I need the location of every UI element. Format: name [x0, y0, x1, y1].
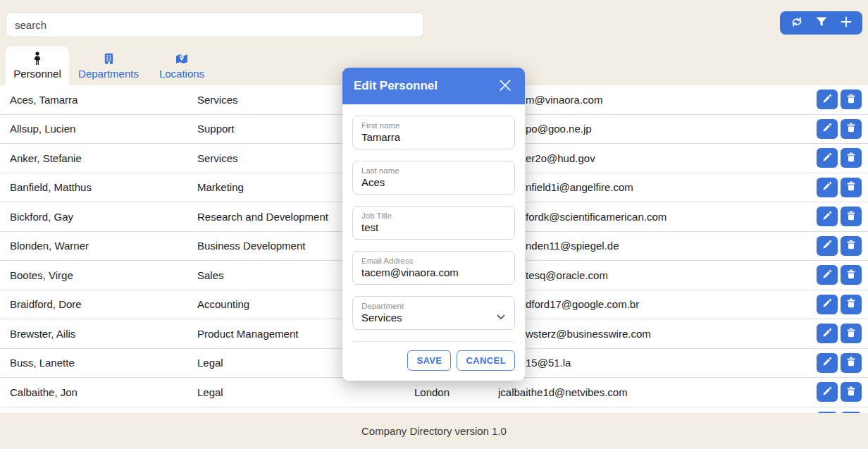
add-button[interactable] [836, 13, 857, 33]
modal-body: First nameTamarraLast nameAcesJob Titlet… [342, 104, 525, 381]
refresh-icon [790, 16, 803, 30]
pencil-icon [822, 94, 832, 106]
person-icon [31, 51, 44, 66]
field-value: Aces [361, 176, 506, 188]
row-actions [817, 148, 868, 168]
cell-name: Calbaithe, Jon [10, 386, 197, 398]
tab-label: Locations [159, 68, 204, 80]
edit-button[interactable] [817, 90, 838, 109]
cell-department: Legal [197, 386, 414, 398]
trash-icon [846, 211, 856, 223]
delete-button[interactable] [841, 90, 862, 109]
trash-icon [846, 269, 856, 281]
search-input[interactable] [6, 12, 424, 37]
filter-icon [816, 17, 827, 29]
modal-close-button[interactable] [497, 78, 514, 94]
delete-button[interactable] [841, 207, 862, 226]
tab-bar: PersonnelDepartmentsLocations [6, 47, 216, 85]
pencil-icon [822, 328, 832, 340]
delete-button[interactable] [841, 236, 862, 256]
close-icon [500, 80, 511, 93]
field-value: Tamarra [361, 131, 506, 143]
delete-button[interactable] [841, 324, 862, 343]
field-value: test [361, 221, 506, 233]
trash-icon [846, 152, 856, 164]
edit-personnel-modal: Edit Personnel First nameTamarraLast nam… [342, 68, 525, 381]
edit-button[interactable] [817, 236, 838, 256]
pencil-icon [822, 269, 832, 281]
building-icon [103, 51, 115, 66]
cell-name: Bootes, Virge [10, 269, 197, 281]
edit-button[interactable] [817, 382, 838, 402]
cell-email: fordk@scientificamerican.com [498, 211, 817, 223]
cell-name: Banfield, Matthus [10, 181, 197, 193]
edit-button[interactable] [817, 119, 838, 139]
cancel-button[interactable]: CANCEL [457, 350, 515, 371]
tab-personnel[interactable]: Personnel [6, 47, 69, 85]
chevron-down-icon [497, 310, 505, 323]
trash-icon [846, 123, 856, 135]
edit-button[interactable] [817, 295, 838, 314]
cell-email: er2o@hud.gov [498, 152, 817, 164]
pencil-icon [822, 386, 832, 398]
tab-departments[interactable]: Departments [69, 47, 148, 85]
edit-button[interactable] [817, 207, 838, 226]
pencil-icon [822, 181, 832, 193]
field-label: First name [361, 121, 506, 130]
field-label: Job Title [361, 211, 506, 220]
delete-button[interactable] [841, 148, 862, 168]
department-select[interactable]: DepartmentServices [352, 296, 515, 330]
tab-label: Personnel [13, 68, 61, 80]
last-name-field[interactable]: Last nameAces [352, 161, 515, 195]
first-name-field[interactable]: First nameTamarra [352, 116, 515, 149]
footer: Company Directory version 1.0 [0, 413, 868, 449]
cell-email: 15@51.la [498, 357, 817, 369]
pencil-icon [822, 152, 832, 164]
edit-button[interactable] [817, 178, 838, 197]
toolbar [780, 11, 862, 35]
field-value: Services [361, 312, 506, 324]
cell-email: m@vinaora.com [498, 94, 817, 106]
cell-email: nfield1i@angelfire.com [498, 181, 817, 193]
save-button[interactable]: SAVE [407, 350, 451, 371]
field-label: Department [361, 302, 506, 310]
cell-name: Braidford, Dore [10, 298, 197, 310]
pencil-icon [822, 240, 832, 252]
row-actions [817, 236, 868, 256]
trash-icon [846, 240, 856, 252]
cell-name: Aces, Tamarra [10, 94, 197, 106]
pencil-icon [822, 357, 832, 369]
delete-button[interactable] [841, 353, 862, 373]
field-label: Last name [361, 166, 506, 175]
modal-footer: SAVE CANCEL [352, 341, 515, 371]
edit-button[interactable] [817, 265, 838, 285]
cell-name: Bickford, Gay [10, 211, 197, 223]
delete-button[interactable] [841, 295, 862, 314]
delete-button[interactable] [841, 178, 862, 197]
tab-locations[interactable]: Locations [148, 47, 216, 85]
table-row [0, 407, 868, 414]
modal-header: Edit Personnel [342, 68, 525, 104]
trash-icon [846, 298, 856, 310]
cell-email: nden11@spiegel.de [498, 240, 817, 252]
edit-button[interactable] [817, 353, 838, 373]
refresh-button[interactable] [786, 13, 807, 33]
trash-icon [846, 181, 856, 193]
edit-button[interactable] [817, 324, 838, 343]
trash-icon [846, 94, 856, 106]
row-actions [817, 324, 868, 343]
delete-button[interactable] [841, 265, 862, 285]
email-address-field[interactable]: Email Addresstacem@vinaora.com [352, 251, 515, 285]
edit-button[interactable] [817, 148, 838, 168]
job-title-field[interactable]: Job Titletest [352, 206, 515, 240]
pencil-icon [822, 211, 832, 223]
field-value: tacem@vinaora.com [361, 266, 506, 278]
delete-button[interactable] [841, 119, 862, 139]
row-actions [817, 207, 868, 226]
delete-button[interactable] [841, 382, 862, 402]
cell-email: po@goo.ne.jp [498, 123, 817, 135]
map-icon [175, 51, 189, 66]
filter-button[interactable] [811, 13, 832, 33]
row-actions [817, 178, 868, 197]
pencil-icon [822, 298, 832, 310]
